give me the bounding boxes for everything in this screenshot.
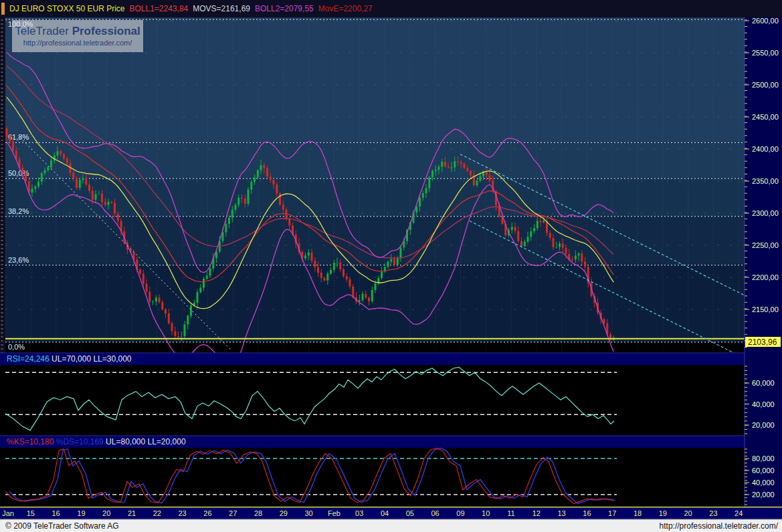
stoch-tick-label: 80,000 [752, 454, 775, 462]
date-label: 22 [153, 509, 161, 517]
date-label: 12 [532, 509, 541, 517]
price-axis[interactable] [745, 17, 782, 507]
date-label: 23 [178, 509, 186, 517]
date-label: 15 [27, 509, 35, 517]
date-label: 29 [280, 509, 288, 517]
date-label: 28 [254, 509, 262, 517]
price-tag-value: 2103,96 [748, 338, 777, 347]
fib-band-1 [5, 142, 745, 178]
axis-top-corner [745, 0, 782, 17]
title-indicator-0: BOLL1=2243,84 [130, 4, 189, 13]
date-label: 17 [608, 509, 616, 517]
teletrader-window: DJ EURO STOXX 50 EUR PriceBOLL1=2243,84M… [0, 0, 782, 532]
price-tick-label: 2250,00 [752, 241, 779, 249]
date-label: 19 [77, 509, 85, 517]
rsi-limits-label: UL=70,000 LL=30,000 [50, 354, 132, 364]
price-tick-label: 2300,00 [752, 209, 779, 217]
price-tick-label: 2600,00 [752, 17, 779, 25]
title-indicator-2: BOLL2=2079,55 [255, 4, 314, 13]
date-label: Feb [328, 509, 340, 517]
window-accent-icon [1, 3, 5, 15]
stoch-k-label: %KS=10,180 [7, 437, 54, 446]
fib-label-3: 38,2% [8, 207, 29, 215]
rsi-tick-label: 20,000 [752, 421, 775, 429]
stoch-tick-label: 20,000 [752, 491, 775, 499]
date-label: 11 [507, 509, 514, 517]
date-label: 10 [482, 509, 490, 517]
date-label: 04 [381, 509, 389, 517]
stoch-limits-label: UL=80,000 LL=20,000 [104, 437, 186, 446]
fib-band-5 [5, 342, 745, 353]
stoch-d-label: %DS=10,169 [54, 437, 104, 446]
chart-canvas: DJ EURO STOXX 50 EUR PriceBOLL1=2243,84M… [0, 0, 782, 532]
date-label: 16 [583, 509, 591, 517]
rsi-value-label: RSI=24,246 [7, 354, 50, 364]
price-tick-label: 2400,00 [752, 145, 779, 153]
price-tick-label: 2550,00 [752, 49, 779, 57]
stoch-header-text: %KS=10,180 %DS=10,169 UL=80,000 LL=20,00… [7, 437, 186, 446]
fib-label-4: 23,6% [8, 256, 29, 264]
date-label: 20 [102, 509, 110, 517]
date-label: 24 [735, 509, 743, 517]
date-label: 06 [431, 509, 439, 517]
fib-label-100: 100,0% [8, 20, 33, 28]
date-label: 13 [557, 509, 565, 517]
fib-band-4 [5, 265, 745, 342]
price-tick-label: 2500,00 [752, 81, 779, 89]
date-label: 18 [633, 509, 642, 517]
price-tick-label: 2200,00 [752, 273, 779, 281]
price-tick-label: 2150,00 [752, 305, 779, 313]
rsi-header-text: RSI=24,246 UL=70,000 LL=30,000 [7, 354, 132, 364]
current-price-tag: 2103,96 [745, 337, 781, 347]
date-label: Jan [2, 509, 14, 517]
title-indicator-3: MovE=2200,27 [318, 4, 373, 13]
date-label: 05 [406, 509, 414, 517]
date-label: 21 [128, 509, 136, 517]
date-label: 30 [304, 509, 312, 517]
title-indicator-1: MOVS=2161,69 [193, 4, 250, 13]
date-label: 03 [355, 509, 363, 517]
title-instrument: DJ EURO STOXX 50 EUR Price [9, 4, 125, 13]
status-url: http://professional.teletrader.com/ [660, 521, 779, 531]
date-label: 19 [659, 509, 667, 517]
rsi-tick-label: 40,000 [752, 400, 775, 408]
rsi-plot[interactable] [0, 365, 745, 436]
date-label: 16 [52, 509, 60, 517]
fib-band-2 [5, 178, 745, 217]
watermark-brand: TeleTrader Professional [15, 25, 140, 37]
price-tick-label: 2450,00 [752, 113, 779, 121]
price-tick-label: 2350,00 [752, 177, 779, 185]
watermark-url: http://professional.teletrader.com/ [23, 39, 133, 47]
date-label: 20 [684, 509, 692, 517]
fib-label-1: 61,8% [8, 133, 29, 141]
stoch-tick-label: 40,000 [752, 479, 775, 487]
date-label: 26 [203, 509, 211, 517]
date-label: 27 [229, 509, 237, 517]
stoch-tick-label: 60,000 [752, 467, 775, 475]
status-copyright: © 2009 TeleTrader Software AG [5, 521, 119, 531]
date-label: 23 [709, 509, 717, 517]
date-label: 09 [456, 509, 464, 517]
fib-label-5: 0,0% [8, 343, 25, 351]
stoch-plot[interactable] [0, 448, 745, 507]
rsi-tick-label: 60,000 [752, 379, 775, 387]
